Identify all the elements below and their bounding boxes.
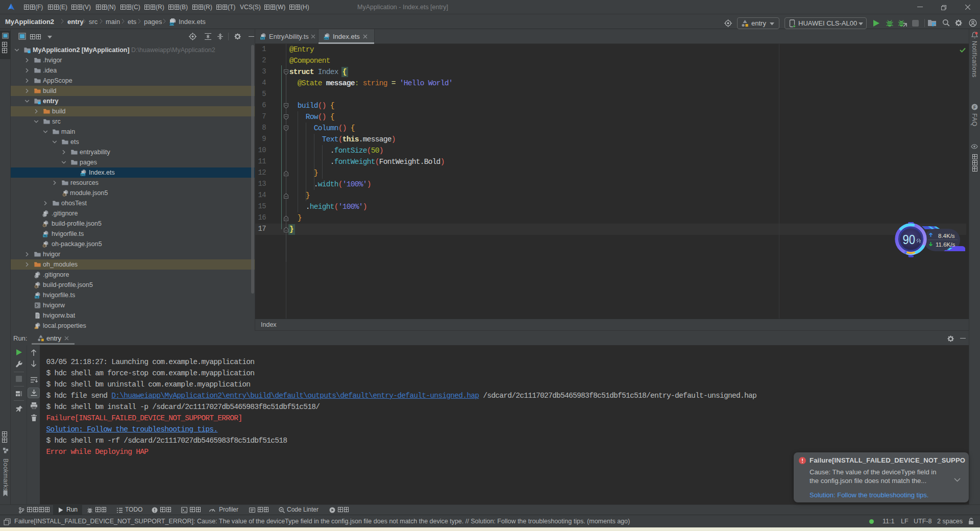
svg-text:ETS: ETS — [169, 22, 175, 26]
svg-text:90: 90 — [903, 232, 916, 247]
svg-text:8.4K/s: 8.4K/s — [938, 233, 955, 239]
svg-text:11.6K/s: 11.6K/s — [936, 242, 955, 248]
svg-text:F: F — [973, 105, 976, 110]
